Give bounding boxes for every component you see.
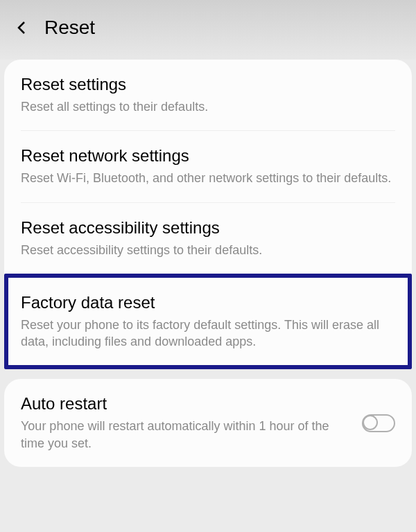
item-desc: Reset your phone to its factory default … [21,317,395,351]
item-title: Auto restart [21,394,351,414]
reset-network-item[interactable]: Reset network settings Reset Wi-Fi, Blue… [4,131,412,202]
auto-restart-card: Auto restart Your phone will restart aut… [4,379,412,467]
item-title: Reset accessibility settings [21,218,395,238]
item-desc: Your phone will restart automatically wi… [21,418,351,452]
reset-accessibility-item[interactable]: Reset accessibility settings Reset acces… [4,203,412,274]
toggle-text: Auto restart Your phone will restart aut… [21,394,362,452]
auto-restart-item[interactable]: Auto restart Your phone will restart aut… [4,379,412,467]
item-title: Reset settings [21,75,395,94]
toggle-knob-icon [363,415,378,430]
factory-data-reset-item[interactable]: Factory data reset Reset your phone to i… [8,278,408,366]
factory-reset-highlight: Factory data reset Reset your phone to i… [4,274,412,370]
auto-restart-toggle[interactable] [362,414,395,432]
back-icon[interactable] [14,19,31,36]
item-desc: Reset accessibility settings to their de… [21,242,395,258]
header: Reset [0,0,416,60]
item-desc: Reset Wi-Fi, Bluetooth, and other networ… [21,170,395,186]
item-title: Factory data reset [21,293,395,312]
reset-options-card: Reset settings Reset all settings to the… [4,60,412,369]
page-title: Reset [44,17,95,39]
item-title: Reset network settings [21,146,395,166]
reset-settings-item[interactable]: Reset settings Reset all settings to the… [4,60,412,130]
item-desc: Reset all settings to their defaults. [21,98,395,115]
